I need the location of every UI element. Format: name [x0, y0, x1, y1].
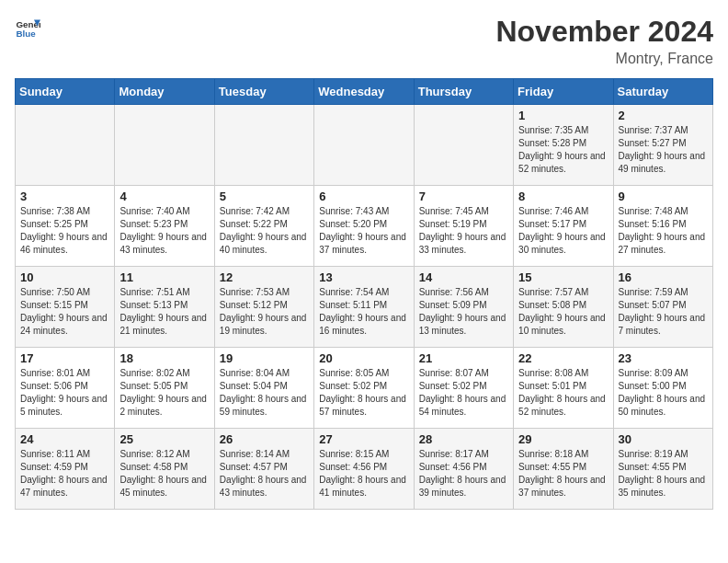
- calendar-cell: 27Sunrise: 8:15 AMSunset: 4:56 PMDayligh…: [314, 429, 414, 510]
- day-info: Sunrise: 7:43 AMSunset: 5:20 PMDaylight:…: [319, 205, 408, 257]
- day-number: 4: [119, 190, 209, 203]
- day-info: Sunrise: 8:14 AMSunset: 4:57 PMDaylight:…: [220, 448, 309, 500]
- calendar-cell: 13Sunrise: 7:54 AMSunset: 5:11 PMDayligh…: [314, 267, 414, 348]
- calendar-cell: 29Sunrise: 8:18 AMSunset: 4:55 PMDayligh…: [514, 429, 613, 510]
- day-number: 19: [220, 351, 309, 365]
- calendar-cell: 14Sunrise: 7:56 AMSunset: 5:09 PMDayligh…: [414, 267, 513, 348]
- day-info: Sunrise: 7:46 AMSunset: 5:17 PMDaylight:…: [518, 205, 608, 257]
- calendar-cell: 20Sunrise: 8:05 AMSunset: 5:02 PMDayligh…: [314, 348, 414, 429]
- day-info: Sunrise: 7:42 AMSunset: 5:22 PMDaylight:…: [220, 205, 309, 257]
- calendar-cell: [115, 105, 214, 186]
- day-number: 26: [220, 432, 309, 446]
- day-info: Sunrise: 8:01 AMSunset: 5:06 PMDaylight:…: [20, 367, 109, 419]
- day-number: 30: [619, 432, 708, 446]
- day-number: 13: [319, 270, 408, 284]
- day-number: 8: [518, 190, 608, 203]
- day-number: 25: [119, 432, 209, 446]
- calendar-cell: 9Sunrise: 7:48 AMSunset: 5:16 PMDaylight…: [613, 186, 712, 267]
- calendar-week-2: 3Sunrise: 7:38 AMSunset: 5:25 PMDaylight…: [16, 186, 713, 267]
- day-info: Sunrise: 7:35 AMSunset: 5:28 PMDaylight:…: [518, 124, 608, 176]
- header: General Blue November 2024 Montry, Franc…: [15, 15, 713, 67]
- day-info: Sunrise: 8:04 AMSunset: 5:04 PMDaylight:…: [220, 367, 309, 419]
- calendar-week-3: 10Sunrise: 7:50 AMSunset: 5:15 PMDayligh…: [16, 267, 713, 348]
- calendar-week-1: 1Sunrise: 7:35 AMSunset: 5:28 PMDaylight…: [16, 105, 713, 186]
- calendar-cell: 17Sunrise: 8:01 AMSunset: 5:06 PMDayligh…: [16, 348, 115, 429]
- day-info: Sunrise: 7:53 AMSunset: 5:12 PMDaylight:…: [220, 286, 309, 338]
- month-title: November 2024: [495, 15, 713, 49]
- day-number: 7: [419, 190, 508, 203]
- calendar-cell: 16Sunrise: 7:59 AMSunset: 5:07 PMDayligh…: [613, 267, 712, 348]
- calendar-cell: 1Sunrise: 7:35 AMSunset: 5:28 PMDaylight…: [514, 105, 613, 186]
- calendar-cell: 15Sunrise: 7:57 AMSunset: 5:08 PMDayligh…: [514, 267, 613, 348]
- day-info: Sunrise: 7:59 AMSunset: 5:07 PMDaylight:…: [619, 286, 708, 338]
- weekday-header-thursday: Thursday: [414, 79, 513, 105]
- day-number: 27: [319, 432, 408, 446]
- calendar-cell: 3Sunrise: 7:38 AMSunset: 5:25 PMDaylight…: [16, 186, 115, 267]
- calendar-cell: 26Sunrise: 8:14 AMSunset: 4:57 PMDayligh…: [214, 429, 313, 510]
- day-number: 14: [419, 270, 508, 284]
- day-info: Sunrise: 7:54 AMSunset: 5:11 PMDaylight:…: [319, 286, 408, 338]
- day-info: Sunrise: 7:56 AMSunset: 5:09 PMDaylight:…: [419, 286, 508, 338]
- day-info: Sunrise: 7:57 AMSunset: 5:08 PMDaylight:…: [518, 286, 608, 338]
- day-number: 29: [518, 432, 608, 446]
- day-number: 20: [319, 351, 408, 365]
- day-number: 1: [518, 109, 608, 122]
- day-number: 10: [20, 270, 109, 284]
- day-info: Sunrise: 8:11 AMSunset: 4:59 PMDaylight:…: [20, 448, 109, 500]
- day-number: 18: [119, 351, 209, 365]
- day-info: Sunrise: 7:45 AMSunset: 5:19 PMDaylight:…: [419, 205, 508, 257]
- weekday-header-friday: Friday: [514, 79, 613, 105]
- calendar-cell: 23Sunrise: 8:09 AMSunset: 5:00 PMDayligh…: [613, 348, 712, 429]
- day-info: Sunrise: 8:02 AMSunset: 5:05 PMDaylight:…: [119, 367, 209, 419]
- calendar-cell: 5Sunrise: 7:42 AMSunset: 5:22 PMDaylight…: [214, 186, 313, 267]
- calendar-cell: 19Sunrise: 8:04 AMSunset: 5:04 PMDayligh…: [214, 348, 313, 429]
- day-info: Sunrise: 8:18 AMSunset: 4:55 PMDaylight:…: [518, 448, 608, 500]
- logo: General Blue: [15, 15, 40, 40]
- day-number: 6: [319, 190, 408, 203]
- day-info: Sunrise: 7:40 AMSunset: 5:23 PMDaylight:…: [119, 205, 209, 257]
- calendar-cell: 24Sunrise: 8:11 AMSunset: 4:59 PMDayligh…: [16, 429, 115, 510]
- svg-text:Blue: Blue: [16, 29, 36, 39]
- day-number: 22: [518, 351, 608, 365]
- day-number: 3: [20, 190, 109, 203]
- calendar-body: 1Sunrise: 7:35 AMSunset: 5:28 PMDaylight…: [16, 105, 713, 510]
- day-number: 23: [619, 351, 708, 365]
- calendar-cell: 21Sunrise: 8:07 AMSunset: 5:02 PMDayligh…: [414, 348, 513, 429]
- title-area: November 2024 Montry, France: [495, 15, 713, 67]
- weekday-header-row: SundayMondayTuesdayWednesdayThursdayFrid…: [16, 79, 713, 105]
- calendar-cell: 28Sunrise: 8:17 AMSunset: 4:56 PMDayligh…: [414, 429, 513, 510]
- location-title: Montry, France: [495, 51, 713, 67]
- calendar-cell: 30Sunrise: 8:19 AMSunset: 4:55 PMDayligh…: [613, 429, 712, 510]
- day-info: Sunrise: 7:37 AMSunset: 5:27 PMDaylight:…: [619, 124, 708, 176]
- day-info: Sunrise: 8:19 AMSunset: 4:55 PMDaylight:…: [619, 448, 708, 500]
- day-number: 2: [619, 109, 708, 122]
- calendar-cell: 22Sunrise: 8:08 AMSunset: 5:01 PMDayligh…: [514, 348, 613, 429]
- calendar-cell: 11Sunrise: 7:51 AMSunset: 5:13 PMDayligh…: [115, 267, 214, 348]
- day-number: 16: [619, 270, 708, 284]
- day-info: Sunrise: 8:09 AMSunset: 5:00 PMDaylight:…: [619, 367, 708, 419]
- calendar-cell: [314, 105, 414, 186]
- day-info: Sunrise: 8:17 AMSunset: 4:56 PMDaylight:…: [419, 448, 508, 500]
- day-number: 17: [20, 351, 109, 365]
- day-number: 24: [20, 432, 109, 446]
- day-info: Sunrise: 8:15 AMSunset: 4:56 PMDaylight:…: [319, 448, 408, 500]
- weekday-header-sunday: Sunday: [16, 79, 115, 105]
- day-info: Sunrise: 7:51 AMSunset: 5:13 PMDaylight:…: [119, 286, 209, 338]
- day-number: 15: [518, 270, 608, 284]
- day-info: Sunrise: 8:08 AMSunset: 5:01 PMDaylight:…: [518, 367, 608, 419]
- calendar-cell: 10Sunrise: 7:50 AMSunset: 5:15 PMDayligh…: [16, 267, 115, 348]
- day-info: Sunrise: 8:05 AMSunset: 5:02 PMDaylight:…: [319, 367, 408, 419]
- calendar-cell: [414, 105, 513, 186]
- weekday-header-wednesday: Wednesday: [314, 79, 414, 105]
- calendar-table: SundayMondayTuesdayWednesdayThursdayFrid…: [15, 78, 713, 510]
- calendar-cell: 8Sunrise: 7:46 AMSunset: 5:17 PMDaylight…: [514, 186, 613, 267]
- day-number: 9: [619, 190, 708, 203]
- weekday-header-saturday: Saturday: [613, 79, 712, 105]
- calendar-cell: 6Sunrise: 7:43 AMSunset: 5:20 PMDaylight…: [314, 186, 414, 267]
- day-info: Sunrise: 8:07 AMSunset: 5:02 PMDaylight:…: [419, 367, 508, 419]
- day-info: Sunrise: 7:38 AMSunset: 5:25 PMDaylight:…: [20, 205, 109, 257]
- calendar-cell: [16, 105, 115, 186]
- day-number: 28: [419, 432, 508, 446]
- day-number: 11: [119, 270, 209, 284]
- day-number: 12: [220, 270, 309, 284]
